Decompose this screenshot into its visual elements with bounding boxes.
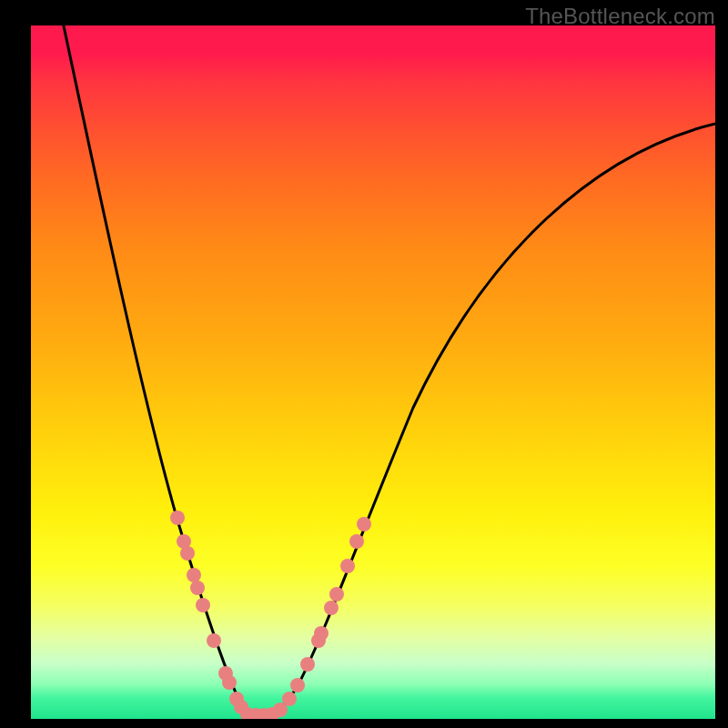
data-dot xyxy=(329,587,344,602)
curve-right xyxy=(266,124,715,715)
data-dot xyxy=(207,633,221,648)
data-dot xyxy=(324,601,339,615)
data-dot xyxy=(290,678,305,693)
chart-plot-area xyxy=(31,25,715,719)
data-dots-left xyxy=(170,511,248,714)
data-dot xyxy=(190,581,205,595)
watermark-text: TheBottleneck.com xyxy=(525,4,715,29)
data-dot xyxy=(357,517,371,531)
data-dot xyxy=(222,675,237,690)
bottleneck-curve-svg xyxy=(31,25,715,719)
curve-left xyxy=(63,25,253,715)
data-dot xyxy=(187,568,201,582)
data-dot xyxy=(196,598,210,612)
data-dots-right xyxy=(282,517,371,706)
data-dot xyxy=(273,703,288,717)
data-dot xyxy=(340,559,355,573)
data-dot xyxy=(314,626,329,641)
data-dot xyxy=(349,534,364,549)
data-dot xyxy=(180,546,195,561)
data-dot xyxy=(170,511,185,525)
data-dot xyxy=(300,657,315,672)
